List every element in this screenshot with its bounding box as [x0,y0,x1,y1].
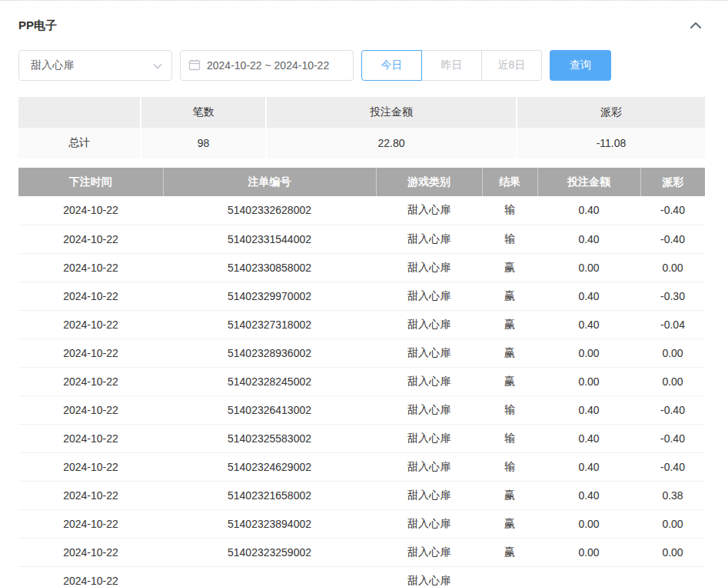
date-range-value: 2024-10-22 ~ 2024-10-22 [207,59,329,72]
bet-table-body: 2024-10-2251402332628002甜入心扉输0.40-0.4020… [18,196,705,587]
quick-range-group: 今日 昨日 近8日 [361,50,542,81]
calendar-icon [188,58,201,73]
range-button-last8days[interactable]: 近8日 [481,50,542,81]
table-header-row: 下注时间 注单编号 游戏类别 结果 投注金额 派彩 [18,168,705,196]
summary-header-empty [18,97,141,128]
summary-total-payout: -11.08 [517,128,705,158]
table-row: 2024-10-2251402328245002甜入心扉赢0.000.00 [18,367,705,395]
chevron-up-icon [690,20,702,32]
header-bet-amount: 投注金额 [537,168,640,196]
table-row: 2024-10-2251402324629002甜入心扉输0.40-0.40 [18,452,705,481]
table-row: 2024-10-2251402323894002甜入心扉赢0.000.00 [18,509,705,538]
header-payout: 派彩 [640,168,705,196]
summary-table: 笔数 投注金额 派彩 总计 98 22.80 -11.08 [18,97,705,158]
table-row: 2024-10-2251402321658002甜入心扉赢0.400.38 [18,481,705,509]
table-row: 2024-10-2251402325583002甜入心扉输0.40-0.40 [18,424,705,452]
filter-bar: 甜入心扉 2024-10-22 ~ 2024-10-22 今日 昨日 近8日 查… [18,50,705,81]
table-row: 2024-10-2251402332628002甜入心扉输0.40-0.40 [18,196,705,225]
game-select-value: 甜入心扉 [31,58,74,72]
header-game-category: 游戏类别 [376,168,482,196]
summary-total-count: 98 [141,128,267,158]
summary-total-row: 总计 98 22.80 -11.08 [18,128,705,158]
table-row: 2024-10-2251402331544002甜入心扉输0.40-0.40 [18,225,705,253]
summary-total-label: 总计 [18,128,141,158]
summary-header-bet-amount: 投注金额 [267,97,517,128]
header-result: 结果 [482,168,537,196]
table-row: 2024-10-2251402326413002甜入心扉输0.40-0.40 [18,395,705,424]
panel-header: PP电子 [18,13,705,38]
summary-total-bet-amount: 22.80 [267,128,517,158]
range-button-today[interactable]: 今日 [361,50,422,81]
summary-header-payout: 派彩 [517,97,705,128]
table-row: 2024-10-2251402323259002甜入心扉赢0.000.00 [18,538,705,566]
table-row: 2024-10-2251402330858002甜入心扉赢0.000.00 [18,253,705,282]
header-order-number: 注单编号 [163,168,376,196]
table-row: 2024-10-2251402327318002甜入心扉赢0.40-0.04 [18,310,705,339]
table-row: 2024-10-2251402329970002甜入心扉赢0.40-0.30 [18,282,705,310]
summary-header-row: 笔数 投注金额 派彩 [18,97,705,128]
game-select[interactable]: 甜入心扉 [18,50,172,81]
table-row: 2024-10-2251402328936002甜入心扉赢0.000.00 [18,339,705,367]
summary-header-count: 笔数 [141,97,267,128]
records-panel: PP电子 甜入心扉 2024-10-22 ~ 2024-10-22 [0,0,728,587]
date-range-picker[interactable]: 2024-10-22 ~ 2024-10-22 [180,50,354,81]
range-button-yesterday[interactable]: 昨日 [421,50,482,81]
table-row: 2024-10-22甜入心扉 [18,566,705,587]
header-bet-time: 下注时间 [18,168,163,196]
query-button[interactable]: 查询 [550,50,611,81]
chevron-down-icon [153,59,162,72]
page-title: PP电子 [18,18,57,33]
bet-records-table: 下注时间 注单编号 游戏类别 结果 投注金额 派彩 2024-10-225140… [18,168,705,587]
collapse-panel-button[interactable] [686,17,705,35]
